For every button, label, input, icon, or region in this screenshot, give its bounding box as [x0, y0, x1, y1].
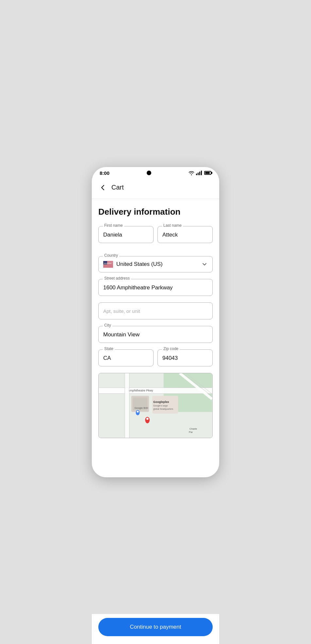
svg-point-26: [137, 410, 139, 412]
zip-code-input[interactable]: [157, 349, 213, 366]
charle-park-label: Charle: [189, 427, 197, 430]
country-select[interactable]: ★★★★★★ United States (US): [98, 256, 213, 272]
street-address-input[interactable]: [98, 279, 213, 296]
last-name-label: Last name: [162, 223, 183, 228]
status-icons: [188, 171, 211, 175]
last-name-field: Last name: [157, 226, 213, 243]
state-input[interactable]: [98, 349, 154, 366]
svg-text:Par: Par: [189, 431, 193, 434]
svg-rect-20: [125, 373, 129, 438]
svg-rect-12: [103, 267, 113, 268]
svg-rect-11: [103, 266, 113, 267]
map-container: Amphitheatre Pkwy Google B40 Googleplex …: [98, 373, 213, 438]
city-input[interactable]: [98, 326, 213, 343]
googleplex-title-label: Googleplex: [153, 400, 169, 404]
country-field: Country: [98, 256, 213, 272]
chevron-down-icon: [201, 261, 208, 268]
country-label: Country: [103, 253, 119, 258]
svg-rect-10: [103, 266, 113, 267]
svg-rect-17: [99, 388, 212, 393]
last-name-input[interactable]: [157, 226, 213, 243]
back-button[interactable]: [97, 182, 109, 193]
svg-point-31: [146, 418, 149, 420]
zip-code-field: Zip code: [157, 349, 213, 366]
state-field: State: [98, 349, 154, 366]
city-label: City: [103, 323, 112, 328]
svg-text:global headquarters: global headquarters: [153, 407, 173, 410]
wifi-icon: [188, 171, 194, 175]
page-heading: Delivery information: [98, 207, 213, 217]
status-bar: 8:00: [92, 167, 219, 178]
name-row: First name Last name: [98, 226, 213, 250]
first-name-input[interactable]: [98, 226, 154, 243]
camera-dot: [147, 171, 151, 175]
first-name-label: First name: [103, 223, 124, 228]
top-nav: Cart: [92, 178, 219, 199]
apt-suite-input[interactable]: [98, 302, 213, 319]
back-arrow-icon: [99, 184, 106, 191]
first-name-field: First name: [98, 226, 154, 243]
svg-rect-7: [103, 264, 113, 265]
svg-rect-8: [103, 265, 113, 266]
svg-text:★★★★★★: ★★★★★★: [104, 262, 112, 264]
signal-icon: [196, 171, 202, 175]
street-address-field: Street address: [98, 279, 213, 296]
us-flag-icon: ★★★★★★: [103, 261, 113, 268]
street-address-label: Street address: [103, 276, 131, 281]
amphitheatre-road-label: Amphitheatre Pkwy: [128, 389, 153, 392]
state-zip-row: State Zip code: [98, 349, 213, 366]
city-field: City: [98, 326, 213, 343]
scroll-content: Delivery information First name Last nam…: [92, 199, 219, 477]
google-b40-label: Google B40: [135, 406, 148, 409]
state-label: State: [103, 346, 115, 351]
map-svg: Amphitheatre Pkwy Google B40 Googleplex …: [99, 373, 212, 438]
country-value: United States (US): [116, 261, 201, 268]
zip-code-label: Zip code: [162, 346, 180, 351]
googleplex-subtitle-label: Google's large: [153, 404, 168, 407]
nav-title: Cart: [111, 184, 124, 191]
svg-rect-9: [103, 265, 113, 266]
apt-suite-field: [98, 302, 213, 319]
status-time: 8:00: [100, 170, 109, 176]
phone-shell: 8:00: [92, 167, 219, 477]
battery-icon: [204, 171, 211, 175]
